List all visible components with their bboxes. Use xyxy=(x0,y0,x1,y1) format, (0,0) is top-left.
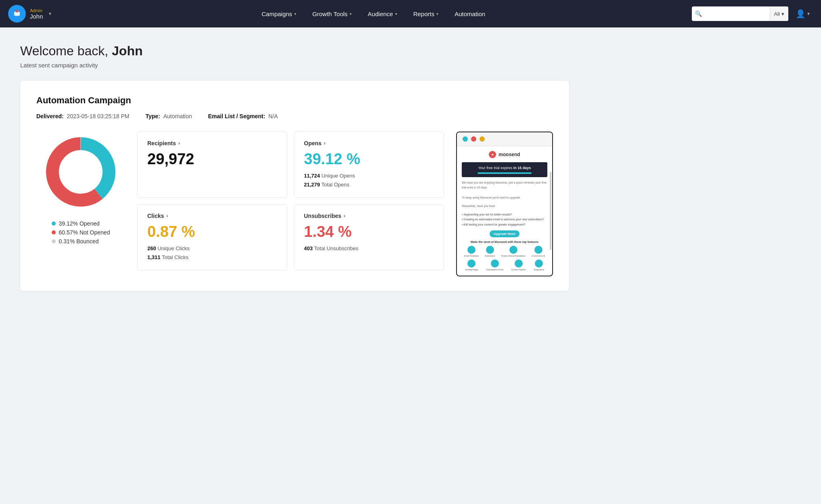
campaign-meta: Delivered: 2023-05-18 03:25:18 PM Type: … xyxy=(36,113,553,119)
preview-feature-integrations: Integrations xyxy=(534,259,544,271)
recipients-value: 29,972 xyxy=(147,151,277,167)
user-dropdown-button[interactable]: ▾ xyxy=(49,11,51,17)
preview-bullets: • Segmenting your list for better result… xyxy=(462,212,547,228)
email-list-label: Email List / Segment: xyxy=(208,113,266,119)
preview-banner: Your free trial expires in 15 days xyxy=(462,162,547,177)
type-field: Type: Automation xyxy=(145,113,192,119)
automation-label: Automation xyxy=(485,255,495,257)
welcome-subtitle: Latest sent campaign activity xyxy=(20,62,801,69)
legend-dot-not-opened xyxy=(52,230,56,234)
donut-section: 39.12% Opened 60.57% Not Opened 0.31% Bo… xyxy=(36,132,125,245)
clicks-arrow-icon: › xyxy=(166,213,168,219)
admin-label: Admin xyxy=(30,8,43,13)
recipients-arrow-icon: › xyxy=(178,140,180,146)
unsubscribes-sub: 403 Total Unsubscribes xyxy=(304,244,434,253)
recipients-label: Recipients xyxy=(147,140,176,146)
campaign-title: Automation Campaign xyxy=(36,95,553,106)
profile-chevron-icon: ▾ xyxy=(807,11,810,17)
unsubscribes-label: Unsubscribes xyxy=(304,213,341,219)
legend-dot-opened xyxy=(52,222,56,226)
nav-item-reports[interactable]: Reports ▾ xyxy=(406,7,446,21)
custom-reports-label: Custom Reports xyxy=(511,268,526,271)
campaigns-chevron-icon: ▾ xyxy=(294,12,296,16)
opens-header[interactable]: Opens › xyxy=(304,140,434,146)
profile-button[interactable]: 👤 ▾ xyxy=(792,7,813,20)
preview-window-bar xyxy=(457,132,552,146)
nav-items: Campaigns ▾ Growth Tools ▾ Audience ▾ Re… xyxy=(59,7,688,21)
delivered-label: Delivered: xyxy=(36,113,64,119)
preview-features-row-2: Landing Pages Subscription Forms Custom … xyxy=(462,259,547,271)
search-filter-label: All xyxy=(774,11,780,17)
preview-body: ✦ moosend Your free trial expires in 15 … xyxy=(457,146,552,276)
campaign-card: Automation Campaign Delivered: 2023-05-1… xyxy=(20,81,569,291)
search-box: 🔍 All ▾ xyxy=(692,6,788,21)
preview-dot-teal xyxy=(463,136,468,142)
nav-item-campaigns[interactable]: Campaigns ▾ xyxy=(254,7,304,21)
stats-grid-wrapper: 39.12% Opened 60.57% Not Opened 0.31% Bo… xyxy=(36,132,553,276)
preview-upgrade-button[interactable]: Upgrade Now! xyxy=(490,230,519,237)
welcome-title: Welcome back, John xyxy=(20,44,801,59)
clicks-total-label: Total Clicks xyxy=(162,254,188,260)
opens-label: Opens xyxy=(304,140,322,146)
email-list-value: N/A xyxy=(268,113,278,119)
clicks-unique-label: Unique Clicks xyxy=(157,245,189,251)
stat-card-opens: Opens › 39.12 % 11,724 Unique Opens 21,2… xyxy=(294,132,444,198)
nav-search-area: 🔍 All ▾ 👤 ▾ xyxy=(692,6,813,21)
search-input[interactable] xyxy=(705,10,770,17)
logo-svg xyxy=(11,8,23,19)
preview-logo-row: ✦ moosend xyxy=(462,151,547,158)
legend-item-opened: 39.12% Opened xyxy=(52,220,110,227)
email-preview-inner: ✦ moosend Your free trial expires in 15 … xyxy=(457,146,552,276)
stat-card-unsubscribes: Unsubscribes › 1.34 % 403 Total Unsubscr… xyxy=(294,204,444,270)
recipients-header[interactable]: Recipients › xyxy=(147,140,277,146)
nav-item-automation[interactable]: Automation xyxy=(447,7,492,21)
search-filter-chevron-icon: ▾ xyxy=(781,11,784,17)
preview-feature-product-rec: Product Recommendations xyxy=(501,246,526,257)
opens-total-label: Total Opens xyxy=(321,182,349,188)
legend-item-not-opened: 60.57% Not Opened xyxy=(52,229,110,236)
nav-item-audience[interactable]: Audience ▾ xyxy=(360,7,404,21)
preview-dot-red xyxy=(471,136,476,142)
opens-value: 39.12 % xyxy=(304,151,434,167)
clicks-header[interactable]: Clicks › xyxy=(147,213,277,219)
nav-item-audience-label: Audience xyxy=(368,10,393,17)
donut-svg xyxy=(40,132,121,212)
nav-item-campaigns-label: Campaigns xyxy=(262,10,292,17)
preview-feature-subscription-forms: Subscription Forms xyxy=(486,259,503,271)
stat-cards-grid: Recipients › 29,972 Opens › 39.12 % 11,7… xyxy=(137,132,444,270)
email-list-field: Email List / Segment: N/A xyxy=(208,113,278,119)
donut-chart xyxy=(40,132,121,212)
legend-dot-bounced xyxy=(52,239,56,243)
type-value: Automation xyxy=(163,113,192,119)
preview-feature-email-templates: Email Templates xyxy=(464,246,479,257)
nav-logo: Admin John ▾ xyxy=(8,5,51,23)
clicks-sub: 260 Unique Clicks 1,311 Total Clicks xyxy=(147,244,277,262)
landing-pages-icon xyxy=(467,259,475,268)
search-filter-dropdown[interactable]: All ▾ xyxy=(770,6,788,21)
nav-item-automation-label: Automation xyxy=(454,10,485,17)
product-rec-label: Product Recommendations xyxy=(501,255,526,257)
ecommerce-icon xyxy=(534,246,542,254)
email-preview-card: ✦ moosend Your free trial expires in 15 … xyxy=(456,132,553,276)
navbar: Admin John ▾ Campaigns ▾ Growth Tools ▾ … xyxy=(0,0,821,27)
clicks-total-count: 1,311 xyxy=(147,254,161,260)
unsubscribes-header[interactable]: Unsubscribes › xyxy=(304,213,434,219)
integrations-icon xyxy=(535,259,543,268)
stat-card-recipients: Recipients › 29,972 xyxy=(137,132,287,198)
preview-scrollbar xyxy=(550,172,551,250)
growth-tools-chevron-icon: ▾ xyxy=(350,12,352,16)
landing-pages-label: Landing Pages xyxy=(465,268,478,271)
subscription-forms-label: Subscription Forms xyxy=(486,268,503,271)
preview-dot-yellow xyxy=(480,136,485,142)
opens-total-count: 21,279 xyxy=(304,182,320,188)
delivered-field: Delivered: 2023-05-18 03:25:18 PM xyxy=(36,113,129,119)
clicks-value: 0.87 % xyxy=(147,224,277,239)
custom-reports-icon xyxy=(515,259,523,268)
nav-item-growth-tools[interactable]: Growth Tools ▾ xyxy=(305,7,359,21)
donut-legend: 39.12% Opened 60.57% Not Opened 0.31% Bo… xyxy=(52,220,110,245)
preview-text-intro: We hope you are enjoying Moosend, just a… xyxy=(462,180,547,201)
unsubscribes-arrow-icon: › xyxy=(344,213,346,219)
moosend-logo-icon: ✦ xyxy=(489,151,496,158)
legend-label-bounced: 0.31% Bounced xyxy=(59,238,99,245)
preview-feature-landing-pages: Landing Pages xyxy=(465,259,478,271)
